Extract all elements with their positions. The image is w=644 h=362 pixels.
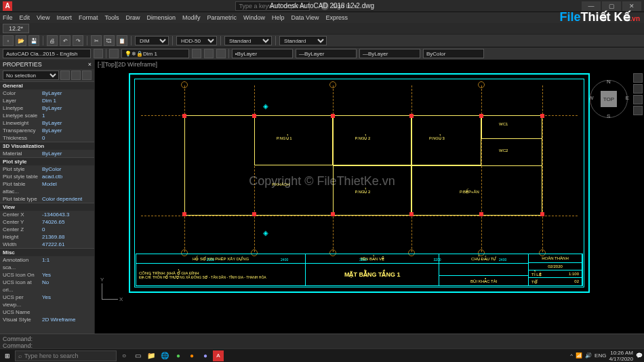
property-value[interactable]: acad.ctb bbox=[42, 173, 92, 180]
layer-btn1-icon[interactable] bbox=[192, 49, 201, 58]
property-value[interactable]: No bbox=[42, 279, 92, 294]
redo-icon[interactable]: ↷ bbox=[73, 35, 83, 46]
nav-orbit-icon[interactable] bbox=[633, 106, 643, 115]
tray-time[interactable]: 10:26 AM bbox=[609, 350, 633, 356]
document-tab[interactable]: 12.2* bbox=[3, 24, 29, 33]
color-combo[interactable]: ▪ ByLayer bbox=[232, 49, 293, 58]
property-row[interactable]: UCS icon at ori...No bbox=[0, 279, 94, 294]
property-value[interactable]: 74026.65 bbox=[42, 218, 92, 226]
workspace-gear-icon[interactable] bbox=[94, 49, 103, 58]
property-row[interactable]: Plot table typeColor dependent bbox=[0, 195, 94, 203]
property-value[interactable]: Dim 1 bbox=[42, 97, 92, 104]
property-row[interactable]: LinetypeByLayer bbox=[0, 104, 94, 112]
property-section-header[interactable]: 3D Visualization bbox=[0, 142, 94, 150]
property-value[interactable]: Color dependent bbox=[42, 195, 92, 203]
save-icon[interactable]: 💾 bbox=[28, 35, 39, 46]
taskbar-search[interactable]: ⌕ Type here to search bbox=[15, 350, 117, 361]
layer-btn3-icon[interactable] bbox=[216, 49, 226, 58]
property-row[interactable]: Thickness0 bbox=[0, 134, 94, 142]
layer-combo[interactable]: 💡❄🔒 Dim 1 bbox=[121, 49, 189, 58]
undo-icon[interactable]: ↶ bbox=[60, 35, 71, 46]
paste-icon[interactable]: 📋 bbox=[117, 35, 127, 46]
property-row[interactable]: ColorByLayer bbox=[0, 89, 94, 97]
property-section-header[interactable]: Plot style bbox=[0, 157, 94, 165]
menu-format[interactable]: Format bbox=[79, 14, 98, 21]
property-row[interactable]: Visual Style2D Wireframe bbox=[0, 316, 94, 323]
property-row[interactable]: Width47222.61 bbox=[0, 241, 94, 248]
property-value[interactable]: Yes bbox=[42, 271, 92, 279]
property-row[interactable]: UCS per viewp...Yes bbox=[0, 294, 94, 308]
property-value[interactable]: ByLayer bbox=[42, 150, 92, 157]
pick-add-icon[interactable] bbox=[71, 71, 81, 80]
menu-insert[interactable]: Insert bbox=[56, 14, 72, 21]
table-style-combo[interactable]: Standard bbox=[279, 36, 327, 45]
property-row[interactable]: LineweightByLayer bbox=[0, 119, 94, 127]
layer-btn2-icon[interactable] bbox=[204, 49, 214, 58]
menu-dataview[interactable]: Data View bbox=[291, 14, 319, 21]
property-value[interactable]: 47222.61 bbox=[42, 241, 92, 248]
property-value[interactable]: 1 bbox=[42, 112, 92, 119]
start-button[interactable]: ⊞ bbox=[1, 350, 14, 362]
menu-dimension[interactable]: Dimension bbox=[146, 14, 176, 21]
property-value[interactable] bbox=[42, 308, 92, 316]
property-row[interactable]: TransparencyByLayer bbox=[0, 127, 94, 134]
dim-style-combo[interactable]: DIM bbox=[135, 36, 169, 45]
viewcube[interactable]: TOP N S W E bbox=[590, 80, 628, 118]
menu-file[interactable]: File bbox=[3, 14, 13, 21]
property-value[interactable]: Model bbox=[42, 180, 92, 195]
cut-icon[interactable]: ✂ bbox=[91, 35, 102, 46]
property-value[interactable]: 1:1 bbox=[42, 256, 92, 271]
menu-draw[interactable]: Draw bbox=[125, 14, 140, 21]
nav-zoom-icon[interactable] bbox=[633, 95, 643, 104]
property-section-header[interactable]: General bbox=[0, 81, 94, 89]
property-value[interactable]: 21369.88 bbox=[42, 233, 92, 241]
property-value[interactable]: -1340643.3 bbox=[42, 211, 92, 218]
workspace-combo[interactable]: AutoCAD Cla...2015 - English bbox=[3, 49, 91, 58]
menu-window[interactable]: Window bbox=[243, 14, 265, 21]
tray-notifications-icon[interactable]: 💬 bbox=[636, 353, 643, 359]
menu-parametric[interactable]: Parametric bbox=[207, 14, 237, 21]
nav-wheel-icon[interactable] bbox=[633, 73, 643, 83]
viewcube-top[interactable]: TOP bbox=[601, 91, 617, 107]
property-value[interactable]: ByLayer bbox=[42, 89, 92, 97]
tray-lang-icon[interactable]: ENG bbox=[595, 353, 606, 359]
chrome-icon[interactable]: 🌐 bbox=[159, 350, 171, 362]
view-label[interactable]: [-][Top][2D Wireframe] bbox=[98, 61, 157, 68]
property-row[interactable]: LayerDim 1 bbox=[0, 97, 94, 104]
linetype-combo[interactable]: — ByLayer bbox=[296, 49, 357, 58]
property-value[interactable]: ByLayer bbox=[42, 127, 92, 134]
explorer-icon[interactable]: 📁 bbox=[145, 350, 157, 362]
app-icon[interactable]: ● bbox=[172, 350, 184, 362]
drawing-canvas[interactable]: [-][Top][2D Wireframe] TOP N S W E bbox=[95, 60, 644, 334]
property-value[interactable]: 0 bbox=[42, 134, 92, 142]
lineweight-combo[interactable]: — ByLayer bbox=[359, 49, 420, 58]
hdd-combo[interactable]: HDD-50 bbox=[176, 36, 217, 45]
menu-express[interactable]: Express bbox=[325, 14, 348, 21]
property-row[interactable]: Plot styleByColor bbox=[0, 165, 94, 173]
property-value[interactable]: 2D Wireframe bbox=[42, 316, 92, 323]
property-value[interactable]: 0 bbox=[42, 226, 92, 233]
autocad-taskbar-icon[interactable]: A bbox=[213, 350, 224, 361]
menu-view[interactable]: View bbox=[37, 14, 49, 21]
text-style-combo[interactable]: Standard bbox=[224, 36, 272, 45]
property-value[interactable]: Yes bbox=[42, 294, 92, 308]
plotstyle-combo[interactable]: ByColor bbox=[423, 49, 484, 58]
copy-icon[interactable]: ⿻ bbox=[104, 35, 115, 46]
layer-props-icon[interactable] bbox=[109, 49, 119, 58]
property-row[interactable]: UCS Name bbox=[0, 308, 94, 316]
tray-volume-icon[interactable]: 🔊 bbox=[585, 353, 592, 359]
tray-network-icon[interactable]: 📶 bbox=[576, 353, 582, 359]
property-section-header[interactable]: Misc bbox=[0, 248, 94, 256]
property-section-header[interactable]: View bbox=[0, 203, 94, 211]
nav-pan-icon[interactable] bbox=[633, 84, 643, 94]
property-row[interactable]: Center X-1340643.3 bbox=[0, 211, 94, 218]
menu-edit[interactable]: Edit bbox=[20, 14, 31, 21]
open-icon[interactable]: 📂 bbox=[16, 35, 26, 46]
menu-help[interactable]: Help bbox=[272, 14, 285, 21]
selection-combo[interactable]: No selection bbox=[3, 71, 59, 80]
new-icon[interactable]: ▫ bbox=[3, 35, 14, 46]
property-row[interactable]: Linetype scale1 bbox=[0, 112, 94, 119]
taskview-icon[interactable]: ▭ bbox=[132, 350, 144, 362]
property-row[interactable]: Center Y74026.65 bbox=[0, 218, 94, 226]
property-row[interactable]: MaterialByLayer bbox=[0, 150, 94, 157]
